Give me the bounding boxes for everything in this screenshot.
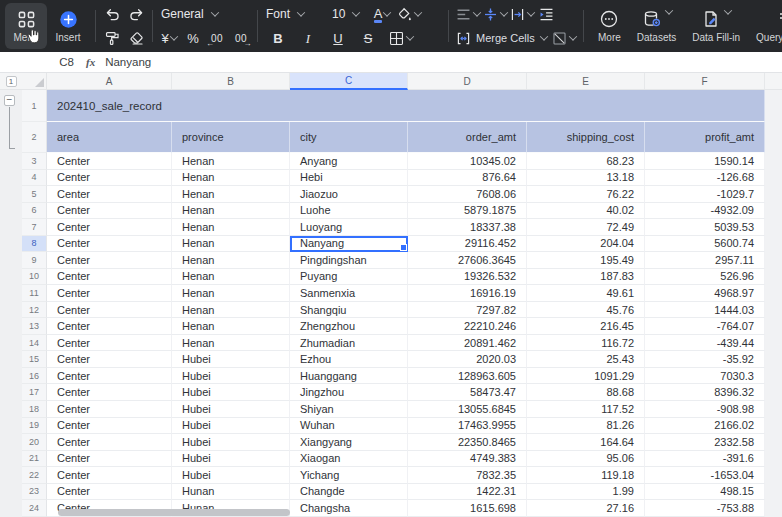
cell[interactable]: 116.72 xyxy=(527,335,645,352)
cell[interactable]: Hubei xyxy=(172,368,290,385)
borders-button[interactable] xyxy=(388,28,413,48)
cell[interactable]: Zhengzhou xyxy=(290,318,408,335)
cell[interactable]: 88.68 xyxy=(527,384,645,401)
cell[interactable]: 128963.605 xyxy=(408,368,527,385)
cell[interactable]: Center xyxy=(47,335,172,352)
row-header-17[interactable]: 17 xyxy=(22,384,47,401)
row-header-23[interactable]: 23 xyxy=(22,484,47,501)
cell[interactable]: Hunan xyxy=(172,484,290,501)
cell[interactable]: 10345.02 xyxy=(408,153,527,170)
cell[interactable]: 216.45 xyxy=(527,318,645,335)
cell[interactable]: 4968.97 xyxy=(645,285,765,302)
formula-input[interactable]: Nanyang xyxy=(105,56,151,68)
cell[interactable]: Center xyxy=(47,285,172,302)
sheet-title-cell[interactable]: 202410_sale_record xyxy=(47,90,765,122)
cell[interactable]: 1422.31 xyxy=(408,484,527,501)
row-header-6[interactable]: 6 xyxy=(22,203,47,220)
cell[interactable]: 1590.14 xyxy=(645,153,765,170)
row-header-8[interactable]: 8 xyxy=(22,236,47,253)
merge-cells-button[interactable]: Merge Cells xyxy=(455,28,547,48)
cell[interactable]: Center xyxy=(47,302,172,319)
cell[interactable]: Center xyxy=(47,368,172,385)
row-header-22[interactable]: 22 xyxy=(22,467,47,484)
row-header-12[interactable]: 12 xyxy=(22,302,47,319)
cell[interactable]: Center xyxy=(47,318,172,335)
cell[interactable]: 7608.06 xyxy=(408,186,527,203)
cell[interactable]: 25.43 xyxy=(527,351,645,368)
currency-format-button[interactable]: ¥ xyxy=(159,28,179,48)
cell[interactable]: 58473.47 xyxy=(408,384,527,401)
row-header-5[interactable]: 5 xyxy=(22,186,47,203)
cell[interactable]: 45.76 xyxy=(527,302,645,319)
row-header-24[interactable]: 24 xyxy=(22,500,47,517)
query-control-button[interactable]: Query Control xyxy=(748,9,782,43)
cell[interactable]: Yichang xyxy=(290,467,408,484)
cell[interactable]: 7297.82 xyxy=(408,302,527,319)
row-header-4[interactable]: 4 xyxy=(22,170,47,187)
cell[interactable]: Huanggang xyxy=(290,368,408,385)
cell[interactable]: Anyang xyxy=(290,153,408,170)
cell[interactable]: 29116.452 xyxy=(408,236,527,253)
decrease-decimal-button[interactable]: 00 → xyxy=(231,28,251,48)
cell[interactable]: 526.96 xyxy=(645,269,765,286)
outline-level-button[interactable]: 1 xyxy=(6,76,17,87)
cell[interactable]: 22350.8465 xyxy=(408,434,527,451)
cell[interactable]: 2957.11 xyxy=(645,252,765,269)
cell[interactable]: 17463.9955 xyxy=(408,418,527,435)
selected-cell[interactable]: Nanyang xyxy=(290,236,408,253)
cell[interactable]: 164.64 xyxy=(527,434,645,451)
column-header-F[interactable]: F xyxy=(645,73,765,89)
column-header-C[interactable]: C xyxy=(290,73,408,90)
datasets-button[interactable]: Datasets xyxy=(629,9,684,43)
cell[interactable]: Ezhou xyxy=(290,351,408,368)
cell[interactable]: Center xyxy=(47,219,172,236)
field-header-cell[interactable]: shipping_cost xyxy=(527,122,645,153)
column-header-E[interactable]: E xyxy=(527,73,645,89)
cell[interactable]: 95.06 xyxy=(527,451,645,468)
cell-reference-box[interactable]: C8 xyxy=(0,56,76,68)
row-header-16[interactable]: 16 xyxy=(22,368,47,385)
cell[interactable]: Henan xyxy=(172,153,290,170)
cell[interactable]: 498.15 xyxy=(645,484,765,501)
cell[interactable]: Center xyxy=(47,186,172,203)
row-header-19[interactable]: 19 xyxy=(22,418,47,435)
percent-format-button[interactable]: % xyxy=(183,28,203,48)
cell[interactable]: -126.68 xyxy=(645,170,765,187)
row-header-18[interactable]: 18 xyxy=(22,401,47,418)
cell[interactable]: 16916.19 xyxy=(408,285,527,302)
cell[interactable]: 27606.3645 xyxy=(408,252,527,269)
select-all-corner[interactable] xyxy=(22,73,47,89)
cell[interactable]: Center xyxy=(47,203,172,220)
field-header-cell[interactable]: area xyxy=(47,122,172,153)
cell[interactable]: Center xyxy=(47,351,172,368)
cell[interactable]: Hebi xyxy=(290,170,408,187)
cell[interactable]: 81.26 xyxy=(527,418,645,435)
cell[interactable]: 68.23 xyxy=(527,153,645,170)
fill-color-button[interactable] xyxy=(396,4,421,24)
cell[interactable]: Hubei xyxy=(172,401,290,418)
cell[interactable]: Center xyxy=(47,236,172,253)
font-family-dropdown[interactable]: Font xyxy=(264,7,326,21)
cell[interactable]: Center xyxy=(47,418,172,435)
cell[interactable]: Hubei xyxy=(172,384,290,401)
row-header-11[interactable]: 11 xyxy=(22,285,47,302)
row-header-7[interactable]: 7 xyxy=(22,219,47,236)
cell[interactable]: 22210.246 xyxy=(408,318,527,335)
increase-decimal-button[interactable]: 00 ← xyxy=(207,28,227,48)
cell[interactable]: 18337.38 xyxy=(408,219,527,236)
cell[interactable]: Jiaozuo xyxy=(290,186,408,203)
cell[interactable]: -1653.04 xyxy=(645,467,765,484)
cell[interactable]: 76.22 xyxy=(527,186,645,203)
data-fill-in-button[interactable]: Data Fill-in xyxy=(684,9,748,43)
cell[interactable]: Henan xyxy=(172,236,290,253)
insert-button[interactable]: Insert xyxy=(47,3,89,49)
eraser-button[interactable] xyxy=(126,28,146,48)
italic-button[interactable]: I xyxy=(298,28,318,48)
cell[interactable]: Center xyxy=(47,170,172,187)
cell[interactable]: Luoyang xyxy=(290,219,408,236)
cell[interactable]: -764.07 xyxy=(645,318,765,335)
cell[interactable]: Henan xyxy=(172,203,290,220)
row-header-1[interactable]: 1 xyxy=(22,90,47,122)
cell[interactable]: 2166.02 xyxy=(645,418,765,435)
column-header-B[interactable]: B xyxy=(172,73,290,89)
